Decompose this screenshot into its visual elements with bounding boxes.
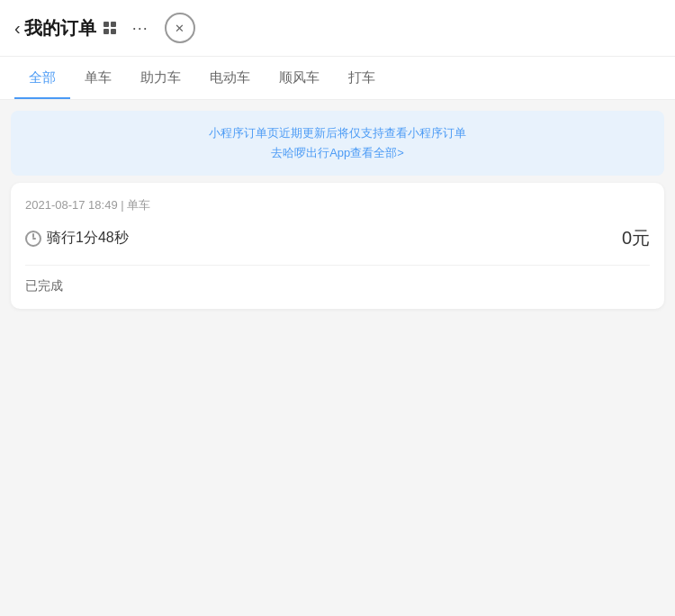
tab-carpool[interactable]: 顺风车 [265, 57, 334, 99]
close-button[interactable]: ✕ [165, 13, 195, 43]
notice-banner: 小程序订单页近期更新后将仅支持查看小程序订单 去哈啰出行App查看全部> [11, 111, 664, 176]
order-divider [25, 265, 650, 266]
tab-bike[interactable]: 单车 [70, 57, 126, 99]
qr-dot [111, 29, 116, 34]
tab-e-bike[interactable]: 电动车 [195, 57, 265, 99]
tab-bar: 全部 单车 助力车 电动车 顺风车 打车 [0, 57, 675, 100]
clock-icon [25, 231, 41, 247]
back-chevron-icon: ‹ [14, 18, 21, 39]
order-type: 单车 [127, 198, 150, 212]
order-duration-label: 骑行1分48秒 [47, 229, 129, 248]
back-button[interactable]: ‹ 我的订单 [14, 16, 96, 41]
qr-dot [104, 22, 109, 27]
order-header: 2021-08-17 18:49 | 单车 [25, 197, 650, 213]
qr-dot [111, 22, 116, 27]
tab-all[interactable]: 全部 [14, 57, 70, 99]
notice-link[interactable]: 去哈啰出行App查看全部> [271, 146, 404, 159]
close-icon: ✕ [175, 22, 184, 35]
order-card[interactable]: 2021-08-17 18:49 | 单车 骑行1分48秒 0元 已完成 [11, 183, 664, 309]
qr-dot [104, 29, 109, 34]
order-duration: 骑行1分48秒 [25, 229, 129, 248]
qr-icon-button[interactable] [104, 22, 116, 34]
header-title: 我的订单 [24, 16, 96, 41]
tab-taxi[interactable]: 打车 [334, 57, 390, 99]
order-datetime: 2021-08-17 18:49 [25, 198, 118, 212]
order-price: 0元 [622, 226, 650, 250]
header: ‹ 我的订单 ··· ✕ [0, 0, 675, 57]
order-body: 骑行1分48秒 0元 [25, 226, 650, 250]
more-options-icon[interactable]: ··· [132, 19, 148, 38]
header-icons: ··· ✕ [104, 13, 195, 43]
tab-assist-bike[interactable]: 助力车 [126, 57, 195, 99]
notice-text: 小程序订单页近期更新后将仅支持查看小程序订单 去哈啰出行App查看全部> [25, 123, 650, 163]
order-status: 已完成 [25, 278, 650, 294]
